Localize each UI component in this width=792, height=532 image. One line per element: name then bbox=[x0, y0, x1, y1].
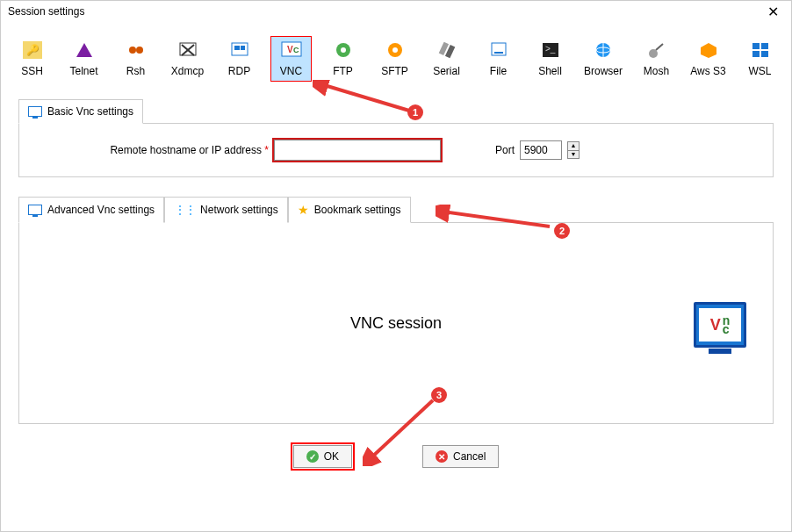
session-label: Telnet bbox=[69, 65, 97, 77]
vnc-mini-icon bbox=[28, 106, 42, 117]
vnc-mini-icon bbox=[28, 205, 42, 215]
svg-rect-9 bbox=[234, 46, 240, 50]
tab-bookmark-settings[interactable]: ★ Bookmark settings bbox=[288, 197, 411, 223]
session-mosh[interactable]: Mosh bbox=[636, 36, 677, 82]
session-rsh[interactable]: Rsh bbox=[115, 36, 156, 82]
button-label: Cancel bbox=[453, 450, 486, 463]
telnet-icon bbox=[72, 40, 97, 60]
svg-text:V: V bbox=[287, 45, 293, 54]
session-ftp[interactable]: FTP bbox=[322, 36, 364, 82]
ftp-icon bbox=[331, 40, 356, 60]
vnc-icon: VC bbox=[279, 40, 304, 60]
tab-label: Network settings bbox=[200, 204, 278, 216]
tab-label: Bookmark settings bbox=[314, 204, 401, 216]
svg-point-15 bbox=[341, 47, 346, 53]
session-label: WSL bbox=[748, 65, 771, 77]
session-file[interactable]: File bbox=[478, 36, 519, 82]
serial-icon bbox=[435, 40, 459, 60]
svg-rect-10 bbox=[241, 46, 245, 50]
session-label: FTP bbox=[333, 65, 353, 77]
xdmcp-icon bbox=[176, 40, 200, 60]
session-label: SSH bbox=[21, 65, 43, 77]
tab-basic-vnc[interactable]: Basic Vnc settings bbox=[18, 99, 143, 124]
tab-network-settings[interactable]: ⋮⋮ Network settings bbox=[164, 197, 288, 223]
session-rdp[interactable]: RDP bbox=[219, 36, 260, 82]
dialog-buttons: ✓ OK ✕ Cancel bbox=[1, 445, 791, 468]
chevron-down-icon[interactable]: ▼ bbox=[568, 150, 579, 158]
key-icon: 🔑 bbox=[20, 40, 45, 60]
session-label: Rsh bbox=[126, 65, 145, 77]
svg-line-28 bbox=[656, 44, 663, 50]
close-icon[interactable]: ✕ bbox=[762, 4, 784, 20]
star-icon: ★ bbox=[298, 203, 309, 217]
network-icon: ⋮⋮ bbox=[174, 203, 195, 217]
session-label: Mosh bbox=[644, 65, 669, 77]
session-serial[interactable]: Serial bbox=[426, 36, 467, 82]
svg-rect-32 bbox=[752, 51, 760, 57]
svg-marker-29 bbox=[701, 43, 716, 58]
rsh-icon bbox=[124, 40, 148, 60]
tab-advanced-vnc[interactable]: Advanced Vnc settings bbox=[18, 197, 164, 223]
session-label: Aws S3 bbox=[690, 65, 725, 77]
svg-text:>_: >_ bbox=[545, 44, 556, 54]
session-telnet[interactable]: Telnet bbox=[63, 36, 104, 82]
session-label: RDP bbox=[228, 65, 250, 77]
session-vnc[interactable]: VC VNC bbox=[270, 36, 312, 82]
session-shell[interactable]: >_ Shell bbox=[529, 36, 571, 82]
chevron-up-icon[interactable]: ▲ bbox=[568, 142, 579, 150]
svg-point-4 bbox=[136, 47, 143, 54]
session-ssh[interactable]: 🔑 SSH bbox=[11, 36, 53, 82]
session-label: File bbox=[490, 65, 507, 77]
host-input[interactable] bbox=[274, 140, 441, 161]
session-wsl[interactable]: WSL bbox=[739, 36, 781, 82]
ok-button[interactable]: ✓ OK bbox=[293, 445, 352, 468]
session-type-row: 🔑 SSH Telnet Rsh Xdmcp RDP VC VNC FTP SF… bbox=[1, 22, 791, 87]
session-sftp[interactable]: SFTP bbox=[374, 36, 415, 82]
svg-rect-21 bbox=[494, 52, 503, 54]
shell-icon: >_ bbox=[538, 40, 563, 60]
host-label: Remote hostname or IP address * bbox=[40, 144, 269, 156]
port-spinner[interactable]: ▲ ▼ bbox=[567, 141, 580, 159]
aws-icon bbox=[696, 40, 721, 60]
vnc-logo-icon: Vnc bbox=[694, 302, 746, 348]
svg-point-17 bbox=[392, 47, 398, 53]
session-xdmcp[interactable]: Xdmcp bbox=[167, 36, 208, 82]
svg-rect-30 bbox=[752, 43, 760, 49]
cancel-icon: ✕ bbox=[436, 450, 448, 463]
port-input[interactable] bbox=[520, 140, 562, 160]
session-label: Xdmcp bbox=[171, 65, 204, 77]
session-label: SFTP bbox=[381, 65, 408, 77]
session-label: Browser bbox=[584, 65, 623, 77]
basic-settings-panel: Basic Vnc settings Remote hostname or IP… bbox=[18, 99, 774, 177]
svg-rect-31 bbox=[761, 43, 768, 49]
file-icon bbox=[486, 40, 511, 60]
session-type-title: VNC session bbox=[350, 314, 442, 333]
session-aws-s3[interactable]: Aws S3 bbox=[688, 36, 729, 82]
svg-rect-33 bbox=[761, 51, 768, 57]
session-browser[interactable]: Browser bbox=[581, 36, 625, 82]
session-label: Shell bbox=[538, 65, 562, 77]
cancel-button[interactable]: ✕ Cancel bbox=[422, 445, 499, 468]
advanced-panel: Advanced Vnc settings ⋮⋮ Network setting… bbox=[18, 197, 774, 424]
globe-icon bbox=[591, 40, 616, 60]
tab-label: Basic Vnc settings bbox=[47, 105, 133, 118]
tab-label: Advanced Vnc settings bbox=[47, 204, 155, 216]
check-icon: ✓ bbox=[306, 450, 319, 463]
port-label: Port bbox=[495, 144, 515, 156]
session-label: VNC bbox=[280, 65, 302, 77]
svg-text:🔑: 🔑 bbox=[25, 43, 39, 56]
mosh-icon bbox=[644, 40, 669, 60]
button-label: OK bbox=[324, 450, 339, 463]
svg-text:C: C bbox=[293, 46, 299, 54]
session-label: Serial bbox=[433, 65, 460, 77]
rdp-icon bbox=[227, 40, 252, 60]
window-title: Session settings bbox=[8, 5, 84, 18]
svg-marker-2 bbox=[76, 43, 92, 57]
sftp-icon bbox=[383, 40, 407, 60]
svg-point-3 bbox=[129, 47, 136, 54]
wsl-icon bbox=[748, 40, 773, 60]
